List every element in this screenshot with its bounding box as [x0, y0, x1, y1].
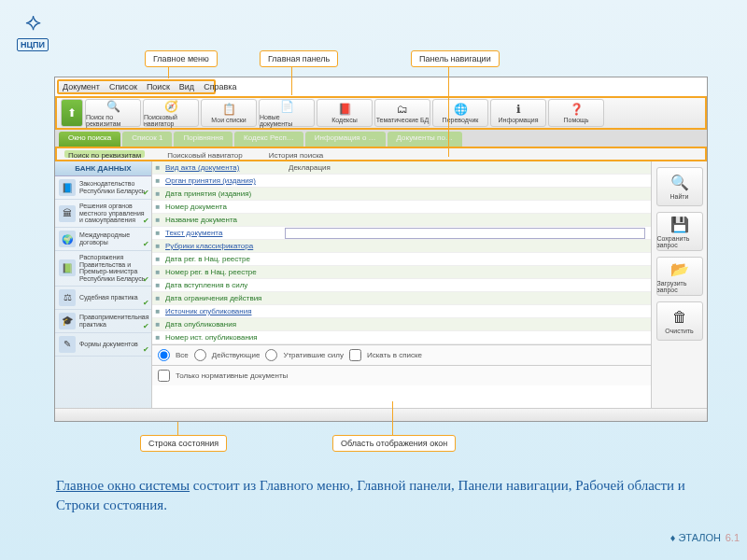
- menu-bar: Документ Список Поиск Вид Справка: [57, 79, 216, 94]
- bullet-icon: ■: [152, 242, 163, 250]
- check-icon: ✔: [143, 276, 149, 285]
- main-toolbar: ⬆ 🔍Поиск по реквизитам 🧭Поисковый навига…: [55, 96, 707, 130]
- filter-all-radio[interactable]: [158, 349, 170, 361]
- filter-only-norm-check[interactable]: [158, 370, 170, 382]
- subtab-requisites[interactable]: Поиск по реквизитам: [64, 150, 145, 158]
- tab-list1[interactable]: Список 1: [122, 132, 172, 147]
- form-field-row: ■Дата опубликования: [152, 318, 651, 331]
- field-label: Дата принятия (издания): [163, 189, 285, 198]
- sidebar: БАНК ДАННЫХ 📘Законодательство Республики…: [55, 161, 152, 421]
- field-value: Декларация: [285, 163, 651, 172]
- tb-translator[interactable]: 🌐Переводчик: [432, 99, 488, 127]
- menu-view[interactable]: Вид: [179, 82, 194, 91]
- menu-document[interactable]: Документ: [63, 82, 100, 91]
- sidebar-item-intl[interactable]: 🌍Международные договоры✔: [55, 228, 151, 251]
- form-field-row: ■Название документа: [152, 214, 651, 227]
- field-label: Дата рег. в Нац. реестре: [163, 255, 285, 263]
- logo-icon: ⟡: [9, 7, 56, 36]
- check-icon: ✔: [143, 346, 149, 355]
- bullet-icon: ■: [152, 216, 163, 224]
- app-window: Документ Список Поиск Вид Справка ⬆ 🔍Пои…: [54, 77, 708, 422]
- field-label[interactable]: Рубрики классификатора: [163, 242, 285, 250]
- field-label: Дата вступления в силу: [163, 281, 285, 289]
- form-field-row: ■Дата ограничения действия: [152, 292, 651, 305]
- bullet-icon: ■: [152, 203, 163, 211]
- building-icon: 🏛: [59, 205, 76, 222]
- globe-icon: 🌐: [454, 103, 468, 116]
- tb-info[interactable]: ℹИнформация: [490, 99, 546, 127]
- tb-new-docs[interactable]: 📄Новые документы: [259, 99, 315, 127]
- back-button[interactable]: ⬆: [61, 99, 83, 127]
- search-form: ■Вид акта (документа)Декларация■Орган пр…: [152, 161, 651, 421]
- tb-help[interactable]: ❓Помощь: [548, 99, 604, 127]
- bullet-icon: ■: [152, 255, 163, 263]
- tab-bar: Окно поиска Список 1 Порівняння Кодекс Р…: [55, 130, 707, 147]
- sidebar-item-court[interactable]: ⚖Судебная практика✔: [55, 287, 151, 310]
- form-field-row: ■Текст документа: [152, 227, 651, 240]
- sidebar-item-doc-forms[interactable]: ✎Формы документов✔: [55, 333, 151, 357]
- sub-tab-bar: Поиск по реквизитам Поисковый навигатор …: [55, 147, 707, 161]
- magnifier-icon: 🔍: [670, 174, 689, 191]
- callout-main-menu: Главное меню: [145, 50, 218, 67]
- book-blue-icon: 📘: [59, 179, 76, 196]
- field-label: Номер рег. в Нац. реестре: [163, 268, 285, 276]
- tb-my-lists[interactable]: 📋Мои списки: [201, 99, 257, 127]
- bullet-icon: ■: [152, 281, 163, 289]
- sidebar-item-law-practice[interactable]: 🎓Правоприменительная практика✔: [55, 310, 151, 333]
- book-icon: 📕: [338, 103, 352, 116]
- sidebar-item-legislation[interactable]: 📘Законодательство Республики Беларусь✔: [55, 176, 151, 200]
- page-version: 6.1: [726, 532, 740, 543]
- footer-brand: ♦ ЭТАЛОН: [670, 532, 721, 543]
- save-icon: 💾: [670, 216, 689, 233]
- menu-search[interactable]: Поиск: [147, 82, 170, 91]
- tab-search-window[interactable]: Окно поиска: [59, 132, 120, 147]
- save-query-button[interactable]: 💾Сохранить запрос: [656, 212, 703, 251]
- tab-codex[interactable]: Кодекс Респ…: [234, 132, 303, 147]
- sidebar-item-local-gov[interactable]: 🏛Решения органов местного управления и с…: [55, 200, 151, 228]
- form-field-row: ■Орган принятия (издания): [152, 175, 651, 188]
- filter-expired-radio[interactable]: [265, 349, 277, 361]
- sidebar-item-gov-orders[interactable]: 📗Распоряжения Правительства и Премьер-ми…: [55, 251, 151, 287]
- search-icon: 🔍: [106, 100, 120, 113]
- text-document-input[interactable]: [285, 228, 645, 239]
- field-label: Номер документа: [163, 203, 285, 211]
- tab-docs[interactable]: Документы по…: [388, 132, 462, 147]
- bullet-icon: ■: [152, 189, 163, 198]
- check-icon: ✔: [143, 217, 149, 226]
- clear-button[interactable]: 🗑Очистить: [656, 301, 703, 341]
- tab-compare[interactable]: Порівняння: [174, 132, 233, 147]
- filter-row-2: Только нормативные документы: [152, 365, 651, 385]
- field-label[interactable]: Источник опубликования: [163, 307, 285, 315]
- tb-search-requisites[interactable]: 🔍Поиск по реквизитам: [85, 99, 141, 127]
- brand-logo: ⟡ НЦПИ: [9, 7, 56, 51]
- tab-info[interactable]: Информация о …: [305, 132, 386, 147]
- callout-main-panel: Главная панель: [260, 50, 338, 67]
- check-icon: ✔: [143, 241, 149, 249]
- load-query-button[interactable]: 📂Загрузить запрос: [656, 257, 703, 296]
- tb-thematic-db[interactable]: 🗂Тематические БД: [374, 99, 430, 127]
- list-icon: 📋: [222, 103, 236, 116]
- filter-active-radio[interactable]: [194, 349, 206, 361]
- field-label[interactable]: Орган принятия (издания): [163, 176, 285, 185]
- menu-list[interactable]: Список: [109, 82, 137, 91]
- field-label[interactable]: Текст документа: [163, 229, 285, 237]
- arrow-up-icon: ⬆: [67, 106, 77, 119]
- filter-in-list-check[interactable]: [349, 349, 361, 361]
- field-label[interactable]: Вид акта (документа): [163, 163, 285, 172]
- form-field-row: ■Номер документа: [152, 201, 651, 214]
- callout-status-bar: Строка состояния: [140, 435, 227, 452]
- bullet-icon: ■: [152, 268, 163, 276]
- subtab-history[interactable]: История поиска: [265, 150, 328, 158]
- book-green-icon: 📗: [59, 259, 76, 276]
- tb-search-navigator[interactable]: 🧭Поисковый навигатор: [143, 99, 199, 127]
- tb-codes[interactable]: 📕Кодексы: [317, 99, 373, 127]
- load-icon: 📂: [670, 260, 689, 278]
- callout-display-area: Область отображения окон: [332, 435, 456, 452]
- action-panel: 🔍Найти 💾Сохранить запрос 📂Загрузить запр…: [651, 161, 707, 421]
- bullet-icon: ■: [152, 176, 163, 185]
- find-button[interactable]: 🔍Найти: [656, 167, 703, 206]
- logo-text: НЦПИ: [17, 38, 49, 51]
- menu-help[interactable]: Справка: [204, 82, 236, 91]
- caption-title: Главное окно системы: [56, 478, 190, 493]
- subtab-navigator[interactable]: Поисковый навигатор: [163, 150, 246, 158]
